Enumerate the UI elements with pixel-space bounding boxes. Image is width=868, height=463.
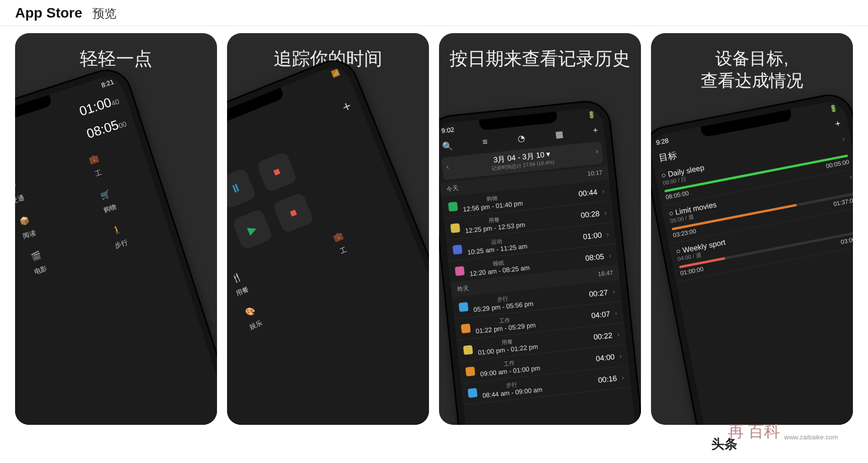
category-label: 用餐: [235, 285, 250, 298]
category-label: 阅读: [22, 228, 37, 241]
section-title: 昨天: [457, 284, 470, 294]
card-4-caption-l1: 设备目标,: [715, 49, 788, 68]
preview-label: 预览: [92, 6, 117, 22]
store-title: App Store: [15, 5, 82, 21]
phone-mockup-1: 8:21 📦 阅读 01:0040 💬 睡眠 08:0500 🛏 睡眠 ⏱ 交通…: [15, 65, 217, 425]
category-grid: 🛏 睡眠 ⏱ 交通 💼 工 🏋 运动 📦 阅读 🛒 购物 🏠 家务 🎬 电影 🚶…: [15, 131, 183, 357]
screenshot-strip: 轻轻一点 8:21 📦 阅读 01:0040 💬 睡眠 08:0500 🛏 睡眠…: [15, 33, 853, 425]
category-icon: 🎨: [241, 301, 260, 321]
category-label: 交通: [15, 193, 26, 206]
watermark-url: www.zaibaike.com: [784, 433, 838, 441]
log-duration: 00:28: [580, 209, 600, 219]
status-time: 8:21: [100, 78, 115, 89]
category-label: 工: [339, 245, 348, 256]
category-label: 步行: [114, 238, 129, 250]
section-total: 10:17: [587, 169, 603, 179]
category-icon: 💼: [84, 150, 103, 169]
stop-button[interactable]: ■: [256, 151, 297, 193]
goals-title: 目标: [658, 149, 678, 164]
category-icon: 💼: [328, 227, 348, 247]
category-icon: 🍴: [227, 268, 247, 287]
phone-mockup-2: 活动 + ⏸■▶■ 🍴 用餐 💼 工 🎨 娱乐: [227, 54, 429, 425]
add-icon[interactable]: +: [593, 126, 599, 136]
log-duration: 04:00: [595, 352, 615, 363]
section-total: 16:47: [598, 269, 614, 279]
category-icon: 🚶: [107, 220, 126, 239]
calendar-icon[interactable]: ▦: [555, 129, 564, 140]
log-duration: 00:16: [598, 374, 617, 384]
screenshot-card-3[interactable]: 按日期来查看记录历史 9:02 🔍 ≡ ◔ ▦ + ‹ 3月 04 - 3月 1…: [439, 33, 641, 425]
watermark-baike: 再 百科 www.zaibaike.com: [728, 421, 838, 443]
status-time: 9:28: [655, 137, 669, 147]
log-icon: [463, 345, 473, 355]
wifi-icon: [330, 68, 340, 78]
page-header: App Store 预览: [0, 0, 868, 26]
log-icon: [461, 323, 471, 333]
category-label: 购物: [102, 202, 118, 215]
category-icon: ⏱: [15, 176, 23, 195]
chevron-right-icon: ›: [615, 309, 618, 316]
log-icon: [465, 367, 475, 377]
pause-button[interactable]: ⏸: [227, 168, 257, 209]
chevron-right-icon: ›: [604, 208, 607, 216]
screenshot-card-2[interactable]: 追踪你的时间 活动 + ⏸■▶■ 🍴 用餐 💼 工 🎨 娱乐: [227, 33, 429, 425]
chevron-right-icon: ›: [606, 230, 609, 238]
phone-mockup-4: 9:28 目标 + ○ Daily sleep 08:00 / 日 › 08:0…: [651, 92, 853, 425]
watermark-baike-text: 再 百科: [728, 421, 780, 443]
card-4-caption: 设备目标, 查看达成情况: [651, 47, 853, 91]
card-1-caption: 轻轻一点: [15, 47, 217, 71]
log-duration: 00:22: [593, 330, 613, 341]
chevron-right-icon: ›: [609, 252, 612, 259]
category-icon: 📦: [15, 211, 34, 230]
add-goal-button[interactable]: +: [834, 118, 841, 130]
log-duration: 01:00: [583, 230, 602, 241]
phone-mockup-3: 9:02 🔍 ≡ ◔ ▦ + ‹ 3月 04 - 3月 10 ▾ 记录时间总计 …: [439, 100, 641, 425]
log-icon: [459, 302, 469, 312]
log-icon: [468, 388, 478, 398]
log-duration: 00:27: [589, 288, 608, 298]
category-label: 娱乐: [248, 318, 264, 331]
chart-icon[interactable]: ◔: [517, 133, 525, 144]
menu-icon[interactable]: ≡: [482, 137, 488, 148]
log-icon: [453, 245, 463, 255]
card-3-caption: 按日期来查看记录历史: [439, 47, 641, 71]
chevron-right-icon: ›: [602, 187, 605, 194]
log-icon: [455, 266, 465, 276]
log-icon: [450, 223, 460, 233]
category-label: 工: [94, 168, 103, 179]
category-icon: 🎬: [27, 247, 46, 266]
chevron-right-icon: ›: [621, 373, 624, 381]
category-item[interactable]: 🎬 电影: [15, 237, 80, 287]
stop-button-2[interactable]: ■: [272, 192, 314, 234]
category-label: 电影: [33, 264, 48, 276]
chevron-right-icon: ›: [612, 287, 615, 295]
screenshot-card-4[interactable]: 设备目标, 查看达成情况 9:28 目标 + ○ Daily sleep 08:…: [651, 33, 853, 425]
log-duration: 04:07: [591, 309, 610, 320]
status-time: 9:02: [441, 126, 455, 135]
section-title: 今天: [446, 184, 459, 193]
play-button[interactable]: ▶: [232, 208, 273, 250]
chevron-right-icon: ›: [619, 352, 622, 360]
search-icon[interactable]: 🔍: [442, 140, 453, 152]
battery-icon: [829, 103, 838, 112]
card-4-caption-l2: 查看达成情况: [701, 71, 803, 90]
category-icon: 🛒: [96, 185, 115, 204]
log-duration: 00:44: [578, 187, 598, 198]
battery-icon: [587, 110, 595, 119]
log-icon: [448, 202, 458, 212]
screenshot-card-1[interactable]: 轻轻一点 8:21 📦 阅读 01:0040 💬 睡眠 08:0500 🛏 睡眠…: [15, 33, 217, 425]
chevron-right-icon: ›: [617, 330, 620, 338]
log-duration: 08:05: [585, 252, 604, 262]
